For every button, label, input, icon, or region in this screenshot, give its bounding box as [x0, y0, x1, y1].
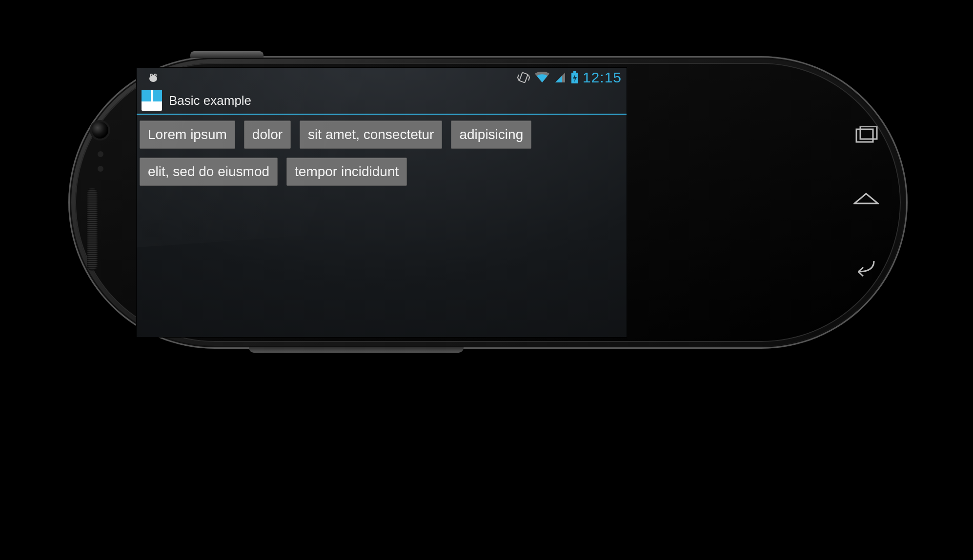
status-bar: 12:15 — [137, 68, 627, 87]
home-button[interactable] — [853, 192, 879, 213]
svg-rect-8 — [519, 72, 527, 82]
chip-item[interactable]: sit amet, consectetur — [300, 120, 442, 149]
device-screen: 12:15 Basic example Lorem ipsum dolor si… — [137, 68, 627, 337]
action-bar: Basic example — [137, 87, 627, 115]
svg-rect-9 — [573, 71, 576, 73]
chip-item[interactable]: tempor incididunt — [286, 158, 407, 186]
svg-marker-2 — [854, 194, 878, 203]
vibrate-icon — [517, 72, 530, 83]
svg-point-6 — [151, 75, 152, 76]
chip-item[interactable]: dolor — [244, 120, 291, 149]
app-icon[interactable] — [142, 90, 162, 111]
svg-rect-1 — [860, 126, 877, 139]
recent-apps-button[interactable] — [853, 126, 879, 148]
cell-signal-icon — [554, 72, 566, 83]
back-button[interactable] — [853, 257, 879, 279]
app-title: Basic example — [169, 93, 251, 108]
battery-charging-icon — [571, 71, 579, 84]
light-sensor — [98, 166, 103, 172]
earpiece-speaker — [87, 188, 98, 271]
proximity-sensor — [98, 151, 103, 157]
front-camera — [92, 122, 108, 139]
svg-point-7 — [155, 75, 156, 76]
device-chin — [249, 347, 464, 353]
svg-rect-0 — [856, 129, 873, 142]
power-button[interactable] — [190, 51, 264, 58]
wifi-icon — [535, 72, 549, 83]
debug-icon — [146, 72, 160, 83]
system-navbar — [844, 56, 888, 349]
flow-layout-container: Lorem ipsum dolor sit amet, consectetur … — [137, 115, 627, 192]
device-frame: 12:15 Basic example Lorem ipsum dolor si… — [68, 56, 908, 349]
chip-item[interactable]: Lorem ipsum — [140, 120, 235, 149]
chip-item[interactable]: elit, sed do eiusmod — [140, 158, 278, 186]
status-clock: 12:15 — [583, 69, 622, 86]
chip-item[interactable]: adipisicing — [451, 120, 531, 149]
